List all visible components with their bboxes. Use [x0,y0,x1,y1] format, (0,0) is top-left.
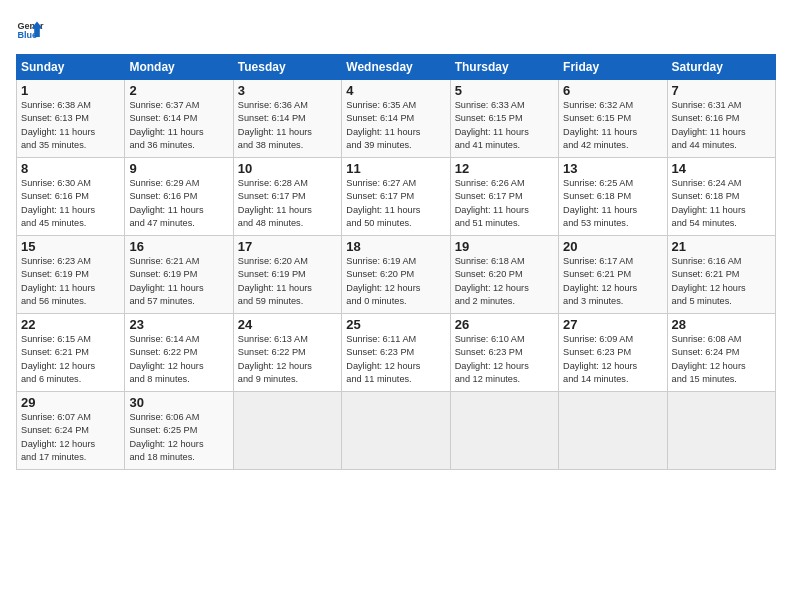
day-cell [342,392,450,470]
day-number: 19 [455,239,554,254]
header-cell-sunday: Sunday [17,55,125,80]
day-number: 4 [346,83,445,98]
day-info: Sunrise: 6:28 AMSunset: 6:17 PMDaylight:… [238,177,337,230]
day-number: 11 [346,161,445,176]
day-cell: 1 Sunrise: 6:38 AMSunset: 6:13 PMDayligh… [17,80,125,158]
day-cell: 5 Sunrise: 6:33 AMSunset: 6:15 PMDayligh… [450,80,558,158]
day-number: 26 [455,317,554,332]
logo-icon: General Blue [16,16,44,44]
day-number: 3 [238,83,337,98]
day-number: 20 [563,239,662,254]
day-number: 13 [563,161,662,176]
day-info: Sunrise: 6:37 AMSunset: 6:14 PMDaylight:… [129,99,228,152]
day-cell: 12 Sunrise: 6:26 AMSunset: 6:17 PMDaylig… [450,158,558,236]
day-info: Sunrise: 6:15 AMSunset: 6:21 PMDaylight:… [21,333,120,386]
day-info: Sunrise: 6:23 AMSunset: 6:19 PMDaylight:… [21,255,120,308]
day-cell: 15 Sunrise: 6:23 AMSunset: 6:19 PMDaylig… [17,236,125,314]
day-cell: 17 Sunrise: 6:20 AMSunset: 6:19 PMDaylig… [233,236,341,314]
day-number: 30 [129,395,228,410]
day-info: Sunrise: 6:27 AMSunset: 6:17 PMDaylight:… [346,177,445,230]
day-cell: 23 Sunrise: 6:14 AMSunset: 6:22 PMDaylig… [125,314,233,392]
day-number: 12 [455,161,554,176]
day-info: Sunrise: 6:10 AMSunset: 6:23 PMDaylight:… [455,333,554,386]
day-number: 1 [21,83,120,98]
day-cell: 7 Sunrise: 6:31 AMSunset: 6:16 PMDayligh… [667,80,775,158]
day-info: Sunrise: 6:09 AMSunset: 6:23 PMDaylight:… [563,333,662,386]
day-number: 17 [238,239,337,254]
day-cell: 25 Sunrise: 6:11 AMSunset: 6:23 PMDaylig… [342,314,450,392]
day-number: 21 [672,239,771,254]
day-cell: 24 Sunrise: 6:13 AMSunset: 6:22 PMDaylig… [233,314,341,392]
day-info: Sunrise: 6:17 AMSunset: 6:21 PMDaylight:… [563,255,662,308]
day-number: 24 [238,317,337,332]
svg-text:Blue: Blue [17,30,37,40]
day-number: 8 [21,161,120,176]
day-cell: 22 Sunrise: 6:15 AMSunset: 6:21 PMDaylig… [17,314,125,392]
day-cell: 13 Sunrise: 6:25 AMSunset: 6:18 PMDaylig… [559,158,667,236]
day-number: 27 [563,317,662,332]
day-number: 16 [129,239,228,254]
logo: General Blue [16,16,44,44]
day-info: Sunrise: 6:38 AMSunset: 6:13 PMDaylight:… [21,99,120,152]
week-row-3: 15 Sunrise: 6:23 AMSunset: 6:19 PMDaylig… [17,236,776,314]
day-info: Sunrise: 6:35 AMSunset: 6:14 PMDaylight:… [346,99,445,152]
day-info: Sunrise: 6:21 AMSunset: 6:19 PMDaylight:… [129,255,228,308]
day-info: Sunrise: 6:33 AMSunset: 6:15 PMDaylight:… [455,99,554,152]
header: General Blue [16,16,776,44]
week-row-2: 8 Sunrise: 6:30 AMSunset: 6:16 PMDayligh… [17,158,776,236]
day-cell: 4 Sunrise: 6:35 AMSunset: 6:14 PMDayligh… [342,80,450,158]
day-cell: 30 Sunrise: 6:06 AMSunset: 6:25 PMDaylig… [125,392,233,470]
day-cell: 2 Sunrise: 6:37 AMSunset: 6:14 PMDayligh… [125,80,233,158]
day-cell [667,392,775,470]
week-row-1: 1 Sunrise: 6:38 AMSunset: 6:13 PMDayligh… [17,80,776,158]
day-info: Sunrise: 6:25 AMSunset: 6:18 PMDaylight:… [563,177,662,230]
day-info: Sunrise: 6:26 AMSunset: 6:17 PMDaylight:… [455,177,554,230]
week-row-5: 29 Sunrise: 6:07 AMSunset: 6:24 PMDaylig… [17,392,776,470]
day-cell: 29 Sunrise: 6:07 AMSunset: 6:24 PMDaylig… [17,392,125,470]
day-info: Sunrise: 6:06 AMSunset: 6:25 PMDaylight:… [129,411,228,464]
day-number: 25 [346,317,445,332]
header-cell-wednesday: Wednesday [342,55,450,80]
day-cell: 26 Sunrise: 6:10 AMSunset: 6:23 PMDaylig… [450,314,558,392]
day-number: 9 [129,161,228,176]
header-cell-tuesday: Tuesday [233,55,341,80]
calendar-body: 1 Sunrise: 6:38 AMSunset: 6:13 PMDayligh… [17,80,776,470]
day-info: Sunrise: 6:20 AMSunset: 6:19 PMDaylight:… [238,255,337,308]
day-number: 6 [563,83,662,98]
header-cell-friday: Friday [559,55,667,80]
day-info: Sunrise: 6:18 AMSunset: 6:20 PMDaylight:… [455,255,554,308]
day-cell: 19 Sunrise: 6:18 AMSunset: 6:20 PMDaylig… [450,236,558,314]
week-row-4: 22 Sunrise: 6:15 AMSunset: 6:21 PMDaylig… [17,314,776,392]
day-cell [559,392,667,470]
day-info: Sunrise: 6:11 AMSunset: 6:23 PMDaylight:… [346,333,445,386]
day-cell: 28 Sunrise: 6:08 AMSunset: 6:24 PMDaylig… [667,314,775,392]
day-cell [450,392,558,470]
day-info: Sunrise: 6:19 AMSunset: 6:20 PMDaylight:… [346,255,445,308]
day-number: 10 [238,161,337,176]
day-cell: 8 Sunrise: 6:30 AMSunset: 6:16 PMDayligh… [17,158,125,236]
day-info: Sunrise: 6:32 AMSunset: 6:15 PMDaylight:… [563,99,662,152]
day-number: 29 [21,395,120,410]
day-cell: 20 Sunrise: 6:17 AMSunset: 6:21 PMDaylig… [559,236,667,314]
day-cell: 14 Sunrise: 6:24 AMSunset: 6:18 PMDaylig… [667,158,775,236]
day-number: 15 [21,239,120,254]
day-number: 5 [455,83,554,98]
day-info: Sunrise: 6:14 AMSunset: 6:22 PMDaylight:… [129,333,228,386]
day-cell: 21 Sunrise: 6:16 AMSunset: 6:21 PMDaylig… [667,236,775,314]
day-info: Sunrise: 6:07 AMSunset: 6:24 PMDaylight:… [21,411,120,464]
day-info: Sunrise: 6:31 AMSunset: 6:16 PMDaylight:… [672,99,771,152]
day-number: 28 [672,317,771,332]
header-cell-saturday: Saturday [667,55,775,80]
day-number: 14 [672,161,771,176]
calendar-page: General Blue SundayMondayTuesdayWednesda… [0,0,792,612]
day-cell: 27 Sunrise: 6:09 AMSunset: 6:23 PMDaylig… [559,314,667,392]
day-cell: 10 Sunrise: 6:28 AMSunset: 6:17 PMDaylig… [233,158,341,236]
calendar-header-row: SundayMondayTuesdayWednesdayThursdayFrid… [17,55,776,80]
day-info: Sunrise: 6:24 AMSunset: 6:18 PMDaylight:… [672,177,771,230]
day-info: Sunrise: 6:30 AMSunset: 6:16 PMDaylight:… [21,177,120,230]
day-cell: 9 Sunrise: 6:29 AMSunset: 6:16 PMDayligh… [125,158,233,236]
day-number: 7 [672,83,771,98]
day-number: 23 [129,317,228,332]
day-cell: 18 Sunrise: 6:19 AMSunset: 6:20 PMDaylig… [342,236,450,314]
day-info: Sunrise: 6:13 AMSunset: 6:22 PMDaylight:… [238,333,337,386]
